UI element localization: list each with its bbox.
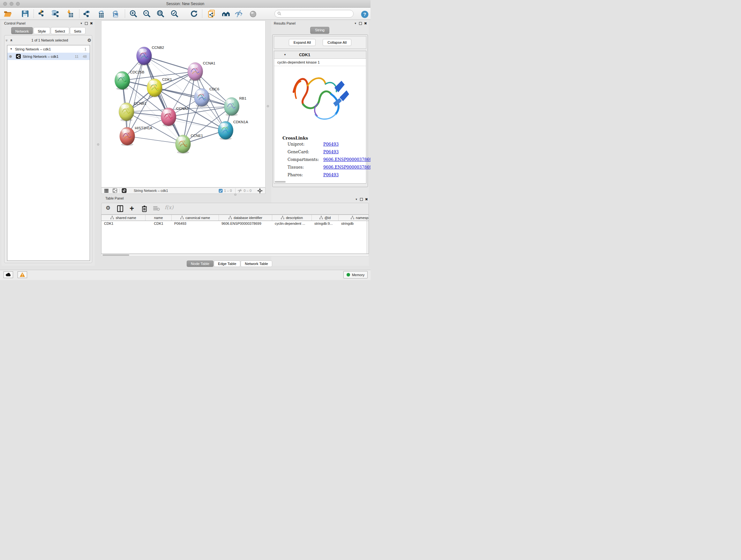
delete-column-trash-icon[interactable] — [142, 205, 147, 212]
network-options-gear-icon[interactable]: ⚙ — [87, 38, 91, 43]
table-horizontal-scrollbar[interactable] — [101, 254, 369, 256]
crosslink-link[interactable]: P06493 — [323, 142, 366, 146]
pan-crosshair-icon[interactable] — [257, 188, 263, 193]
panel-float-icon[interactable] — [359, 22, 362, 25]
refresh-network-button[interactable] — [189, 9, 199, 18]
table-cell[interactable]: stringdb:9... — [312, 221, 339, 227]
network-edge[interactable] — [127, 56, 144, 136]
details-hscroll-thumb[interactable] — [275, 181, 286, 183]
node-table[interactable]: shared namenamecanonical namedatabase id… — [101, 214, 369, 254]
network-node-CCNA1[interactable]: CCNA1 — [188, 61, 215, 81]
column-header-canonical-name[interactable]: canonical name — [172, 215, 219, 221]
table-row[interactable]: CDK1CDK1P064939606.ENSP00000378699cyclin… — [102, 221, 368, 227]
details-expander-icon[interactable]: ▼ — [284, 53, 286, 56]
selected-checkbox-icon[interactable] — [219, 189, 223, 193]
panel-close-icon[interactable]: ✖ — [365, 197, 368, 201]
table-cell[interactable]: stringdb — [339, 221, 369, 227]
table-cell[interactable]: CDK1 — [145, 221, 172, 227]
show-columns-icon[interactable] — [117, 205, 123, 212]
open-file-button[interactable] — [3, 9, 12, 18]
table-cell[interactable]: 9606.ENSP00000378699 — [219, 221, 272, 227]
export-image-button[interactable] — [110, 9, 120, 18]
crosslink-link[interactable]: 9606.ENSP00000378699 — [323, 165, 370, 170]
crosslink-link[interactable]: P06493 — [323, 172, 366, 177]
memory-button[interactable]: Memory — [343, 271, 367, 278]
export-table-button[interactable] — [96, 9, 106, 18]
expand-all-button[interactable]: Expand All — [289, 39, 316, 46]
crosslink-link[interactable]: 9606.ENSP00000378699 — [323, 157, 370, 162]
export-network-button[interactable] — [82, 9, 92, 18]
collapse-all-button[interactable]: Collapse All — [323, 39, 351, 46]
cloud-button[interactable] — [3, 271, 13, 278]
table-cell[interactable]: cyclin-dependent ... — [272, 221, 312, 227]
network-node-CCNE1[interactable]: CCNE1 — [176, 134, 203, 153]
show-all-button[interactable] — [248, 9, 258, 18]
node-details-header[interactable]: ▼ CDK1 — [274, 51, 366, 59]
network-node-RB1[interactable]: RB1 — [224, 97, 246, 116]
network-node-CDKN1A[interactable]: CDKN1A — [218, 120, 248, 140]
zoom-fit-button[interactable] — [156, 9, 165, 18]
network-node-CDC25B[interactable]: CDC25B — [115, 70, 144, 90]
share-view-icon[interactable] — [112, 188, 118, 193]
save-session-button[interactable] — [20, 9, 30, 18]
panel-float-icon[interactable] — [360, 198, 363, 201]
help-button[interactable]: ? — [360, 10, 368, 18]
tab-select[interactable]: Select — [51, 27, 69, 34]
network-edge[interactable] — [127, 136, 183, 144]
left-splitter-handle[interactable] — [97, 143, 99, 145]
crosslink-link[interactable]: P06493 — [323, 149, 366, 154]
hide-selected-button[interactable] — [234, 9, 244, 18]
right-splitter-handle[interactable] — [267, 105, 269, 107]
grid-view-icon[interactable] — [105, 189, 109, 193]
table-cell[interactable]: P06493 — [172, 221, 219, 227]
column-header-name[interactable]: name — [145, 215, 172, 221]
search-input[interactable] — [281, 12, 353, 16]
panel-close-icon[interactable]: ✖ — [90, 21, 93, 25]
import-network-database-button[interactable] — [50, 9, 60, 18]
panel-close-icon[interactable]: ✖ — [364, 21, 367, 25]
tab-sets[interactable]: Sets — [70, 27, 85, 34]
tab-node-table[interactable]: Node Table — [187, 260, 213, 267]
tab-network-table[interactable]: Network Table — [241, 260, 272, 267]
tab-string[interactable]: String — [310, 27, 329, 34]
network-node-CCNA2[interactable]: CCNA2 — [161, 107, 189, 126]
column-header--id[interactable]: @id — [312, 215, 339, 221]
import-network-file-button[interactable] — [37, 9, 46, 18]
zoom-out-button[interactable] — [142, 9, 151, 18]
table-settings-gear-icon[interactable]: ⚙ — [106, 205, 111, 211]
zoom-in-button[interactable] — [129, 9, 138, 18]
network-view[interactable]: CCNB2 CCNA1 CDC25B CDK1 CDC6 RB1 — [101, 20, 266, 187]
table-vertical-scrollbar[interactable] — [366, 221, 368, 253]
column-header-database-identifier[interactable]: database identifier — [219, 215, 272, 221]
create-column-plus-icon[interactable]: + — [130, 203, 134, 214]
network-node-HIST1H1A[interactable]: HIST1H1A — [120, 126, 152, 146]
tab-style[interactable]: Style — [33, 27, 50, 34]
panel-float-icon[interactable] — [85, 22, 88, 25]
collection-expander-icon[interactable]: ▼ — [10, 48, 12, 51]
network-collection-row[interactable]: ▼ String Network – cdk1 1 — [7, 45, 90, 53]
network-canvas[interactable]: CCNB2 CCNA1 CDC25B CDK1 CDC6 RB1 — [102, 21, 265, 187]
network-edge[interactable] — [154, 88, 232, 107]
network-node-CCNB2[interactable]: CCNB2 — [137, 46, 164, 65]
panel-menu-icon[interactable]: ▼ — [80, 22, 83, 25]
column-header-shared-name[interactable]: shared name — [102, 215, 145, 221]
birdseye-view-icon[interactable] — [122, 188, 127, 193]
tab-edge-table[interactable]: Edge Table — [214, 260, 240, 267]
panel-menu-icon[interactable]: ▼ — [354, 22, 357, 25]
zoom-selected-button[interactable] — [170, 9, 179, 18]
panel-menu-icon[interactable]: ▼ — [355, 198, 358, 201]
first-neighbors-button[interactable] — [221, 9, 231, 18]
tab-network[interactable]: Network — [11, 27, 33, 34]
table-cell[interactable]: CDK1 — [102, 221, 145, 227]
column-header-namespace[interactable]: namespace — [339, 215, 369, 221]
expand-all-networks-icon[interactable]: » — [9, 39, 13, 41]
warnings-button[interactable] — [17, 271, 27, 278]
network-node-CCNB1[interactable]: CCNB1 — [119, 102, 146, 121]
import-table-file-button[interactable] — [65, 9, 74, 18]
table-hscroll-thumb[interactable] — [103, 254, 129, 256]
new-network-from-selection-button[interactable] — [207, 9, 216, 18]
network-edge[interactable] — [144, 56, 183, 144]
network-row[interactable]: String Network – cdk1 11 48 — [7, 53, 90, 60]
column-header-description[interactable]: description — [272, 215, 312, 221]
network-edge[interactable] — [144, 56, 195, 71]
